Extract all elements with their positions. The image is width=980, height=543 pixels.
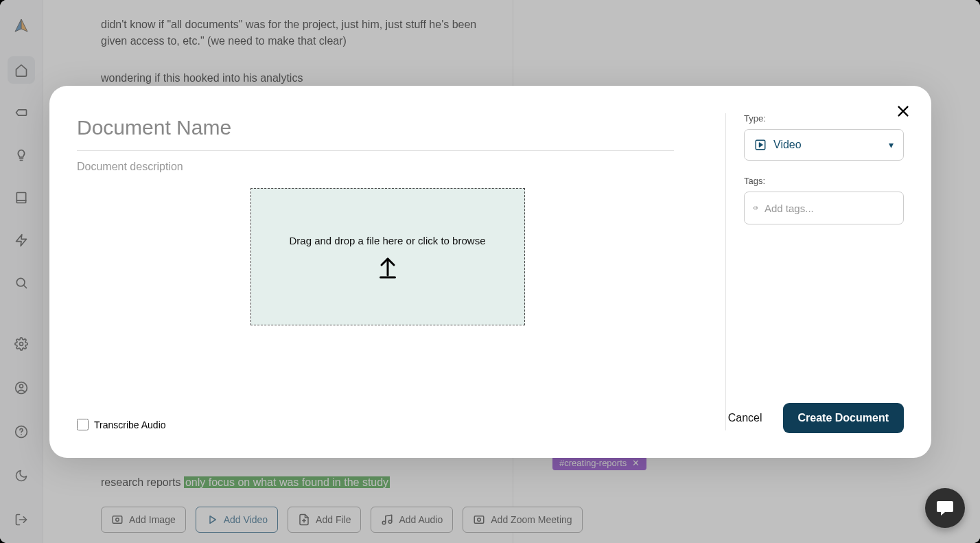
- modal-actions: Cancel Create Document: [728, 403, 904, 433]
- tags-input[interactable]: [765, 203, 895, 214]
- type-label: Type:: [744, 113, 904, 124]
- app-shell: didn't know if "all documents" was for t…: [0, 0, 980, 543]
- type-select[interactable]: Video ▾: [744, 129, 904, 161]
- dropzone-text: Drag and drop a file here or click to br…: [290, 235, 486, 246]
- cancel-button[interactable]: Cancel: [728, 412, 762, 424]
- create-document-modal: Drag and drop a file here or click to br…: [49, 86, 931, 458]
- document-description-input[interactable]: [77, 151, 674, 183]
- chevron-down-icon: ▾: [889, 139, 894, 150]
- transcribe-audio-row[interactable]: Transcribe Audio: [77, 419, 698, 430]
- tags-input-wrap[interactable]: [744, 192, 904, 224]
- file-dropzone[interactable]: Drag and drop a file here or click to br…: [250, 188, 525, 325]
- chat-fab[interactable]: [925, 488, 965, 528]
- tags-label: Tags:: [744, 176, 904, 186]
- document-name-input[interactable]: [77, 113, 674, 151]
- close-icon[interactable]: [893, 101, 913, 122]
- chat-icon: [935, 498, 955, 518]
- tag-outline-icon: [753, 202, 758, 214]
- upload-icon: [375, 255, 400, 279]
- type-value: Video: [773, 139, 802, 151]
- transcribe-label: Transcribe Audio: [94, 419, 166, 430]
- create-document-button[interactable]: Create Document: [783, 403, 904, 433]
- transcribe-checkbox[interactable]: [77, 419, 89, 430]
- play-square-icon: [754, 139, 767, 151]
- svg-marker-27: [760, 143, 763, 147]
- modal-overlay: Drag and drop a file here or click to br…: [0, 0, 980, 543]
